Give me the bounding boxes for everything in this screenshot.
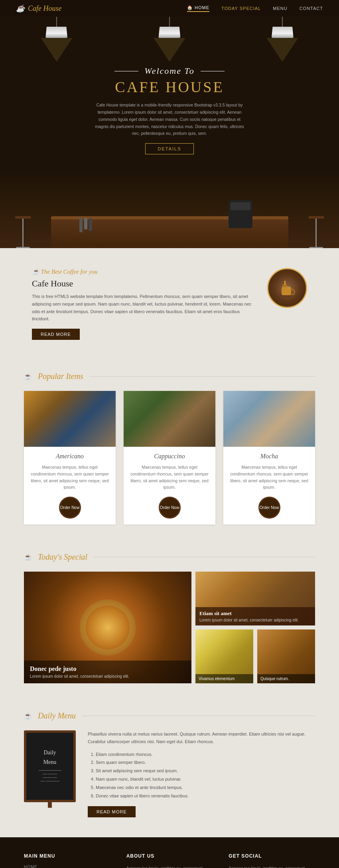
hero-description: Cafe House template is a mobile-friendly… [94, 102, 245, 137]
americano-image [24, 391, 116, 447]
daily-content: Daily Menu ────────── ── ──── ──── ── ──… [24, 730, 315, 817]
special-top-row: Etiam sit amet Lorem ipsum dolor sit ame… [195, 572, 315, 625]
quisque-label: Quisque rutrum. [257, 674, 315, 683]
mocha-order-button[interactable]: Order Now [258, 497, 280, 519]
stool-base-r [309, 247, 323, 248]
items-grid: Americano Maecenas tempus, tellus eget c… [24, 391, 315, 525]
popular-cup-icon: ☕ [24, 373, 32, 380]
latte-circle [80, 600, 136, 655]
daily-read-more-button[interactable]: READ MORE [88, 806, 136, 817]
footer-home-link[interactable]: HOME [24, 865, 110, 868]
item-card-americano: Americano Maecenas tempus, tellus eget c… [24, 391, 116, 525]
special-top-main: Etiam sit amet Lorem ipsum dolor sit ame… [195, 572, 315, 625]
stool-base [16, 247, 30, 248]
navbar: ☕ Cafe House 🏠 HOME TODAY SPECIAL MENU C… [0, 0, 339, 17]
nav-home-label: HOME [195, 5, 209, 10]
etiam-overlay: Etiam sit amet Lorem ipsum dolor sit ame… [195, 607, 315, 625]
lamp-shade-1 [45, 27, 67, 38]
lamp-glow-2 [154, 38, 185, 62]
svg-rect-3 [284, 281, 286, 285]
about-section: ☕ The Best Coffee for you Cafe House Thi… [0, 248, 339, 360]
bottle-1 [79, 218, 83, 232]
footer-social-text: Aenean leo ligula, porttitor eu, consequ… [229, 865, 315, 868]
about-subtitle: ☕ The Best Coffee for you [32, 268, 255, 275]
brand[interactable]: ☕ Cafe House [16, 4, 62, 13]
cappuccino-image [124, 391, 215, 447]
americano-desc: Maecenas tempus, tellus eget condimentum… [30, 464, 110, 491]
nav-contact[interactable]: CONTACT [300, 6, 323, 11]
daily-list-item-4: Nam quam nunc, blandit vel; luctus pulvi… [96, 775, 315, 783]
special-cup-icon: ☕ [24, 553, 32, 561]
bottle-2 [84, 218, 87, 229]
bar-stool-left [17, 216, 29, 248]
mocha-body: Mocha Maecenas tempus, tellus eget condi… [223, 447, 315, 525]
about-image-circle [267, 268, 307, 308]
lamp-wire-3 [282, 17, 283, 27]
footer-grid: MAIN MENU HOME ABOUT US DIRECTORY BLOG O… [24, 853, 315, 868]
read-more-button[interactable]: READ MORE [32, 329, 80, 340]
lamp-wire-2 [169, 17, 170, 27]
cappuccino-desc: Maecenas tempus, tellus eget condimentum… [130, 464, 209, 491]
hero-content: Welcome To CAFE HOUSE Cafe House templat… [86, 62, 253, 168]
latte-inner [86, 606, 130, 649]
about-description: This is free HTML5 website template from… [32, 293, 255, 323]
lamps-row [0, 17, 339, 62]
daily-divider [82, 716, 315, 716]
nav-menu: 🏠 HOME TODAY SPECIAL MENU CONTACT [187, 5, 323, 12]
lamp-glow-1 [41, 38, 73, 62]
footer-main-menu-col: MAIN MENU HOME ABOUT US DIRECTORY BLOG O… [24, 853, 110, 868]
special-header: ☕ Today's Special [24, 552, 315, 562]
footer-main-menu-title: MAIN MENU [24, 853, 110, 859]
bar-scene [0, 168, 339, 248]
special-main-caption: Donec pede justo Lorem ipsum dolor sit a… [24, 661, 191, 683]
bar-counter [51, 216, 288, 248]
bottle-3 [89, 218, 92, 231]
daily-list-item-3: Sit amet adipiscing sem neque sed ipsum. [96, 767, 315, 775]
daily-title: Daily Menu [38, 711, 76, 720]
popular-section: ☕ Popular Items Americano Maecenas tempu… [0, 360, 339, 541]
brand-cup-icon: ☕ [16, 4, 25, 13]
daily-text: Phasellus viverra nulla ut metus varius … [88, 730, 315, 817]
cappuccino-order-button[interactable]: Order Now [159, 497, 181, 519]
daily-list-item-5: Maecenas nec odio et ante tincidunt temp… [96, 783, 315, 792]
bar-bottles [79, 218, 92, 232]
daily-chalkboard: Daily Menu ────────── ── ──── ──── ── ──… [24, 730, 76, 802]
etiam-desc: Lorem ipsum dolor sit amet, consectetuer… [199, 618, 311, 622]
popular-title: Popular Items [38, 372, 83, 381]
lamp-3 [266, 17, 298, 62]
mocha-name: Mocha [229, 453, 309, 460]
special-divider [93, 557, 315, 557]
item-card-cappuccino: Cappuccino Maecenas tempus, tellus eget … [124, 391, 215, 525]
nav-menu-link[interactable]: MENU [273, 6, 287, 11]
footer-social-title: Get Social [229, 853, 315, 859]
daily-cup-icon: ☕ [24, 712, 32, 720]
special-main-item: Donec pede justo Lorem ipsum dolor sit a… [24, 572, 191, 683]
item-card-mocha: Mocha Maecenas tempus, tellus eget condi… [223, 391, 315, 525]
about-cup-icon: ☕ [32, 268, 39, 275]
daily-list-item-6: Donec vitae sapien ut libero venenatis f… [96, 792, 315, 800]
etiam-title: Etiam sit amet [199, 610, 311, 617]
special-section: ☕ Today's Special Donec pede justo Lorem… [0, 541, 339, 699]
nav-today-special[interactable]: TODAY SPECIAL [221, 6, 261, 11]
lamp-wire-1 [56, 17, 57, 27]
details-button[interactable]: DETAILS [145, 143, 193, 154]
brand-name: Cafe House [28, 4, 62, 13]
footer-about-title: About Us [126, 853, 213, 859]
footer-social-col: Get Social Aenean leo ligula, porttitor … [229, 853, 315, 868]
stool-leg-r [315, 219, 317, 247]
lamp-1 [41, 17, 73, 62]
americano-body: Americano Maecenas tempus, tellus eget c… [24, 447, 116, 525]
lamp-shade-3 [272, 27, 294, 38]
svg-point-4 [282, 286, 291, 288]
footer: MAIN MENU HOME ABOUT US DIRECTORY BLOG O… [0, 837, 339, 868]
nav-home[interactable]: 🏠 HOME [187, 5, 209, 12]
mocha-desc: Maecenas tempus, tellus eget condimentum… [229, 464, 309, 491]
americano-order-button[interactable]: Order Now [59, 497, 81, 519]
bar-stool-right [310, 216, 322, 248]
daily-section: ☕ Daily Menu Daily Menu ────────── ── ──… [0, 699, 339, 837]
special-title: Today's Special [38, 552, 87, 562]
home-icon: 🏠 [187, 5, 193, 10]
coffee-machine [229, 200, 252, 228]
daily-list: Etiam condimentum rhoncus. Sem quam semp… [88, 750, 315, 800]
daily-description: Phasellus viverra nulla ut metus varius … [88, 730, 315, 745]
